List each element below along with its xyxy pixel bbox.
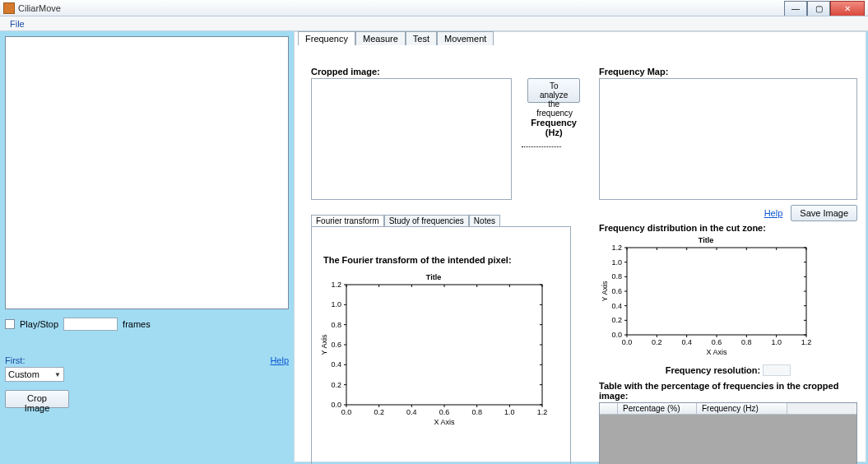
freq-table[interactable]: Percentage (%) Frequency (Hz) — [599, 402, 857, 464]
svg-text:0.6: 0.6 — [712, 338, 722, 346]
fourier-heading: The Fourier transform of the intended pi… — [323, 255, 564, 265]
minimize-button[interactable]: — — [784, 1, 807, 16]
svg-text:1.0: 1.0 — [611, 258, 622, 267]
app-icon — [3, 2, 15, 14]
svg-text:1.2: 1.2 — [611, 244, 622, 252]
tab-test[interactable]: Test — [406, 31, 437, 45]
subtab-notes[interactable]: Notes — [469, 215, 500, 226]
svg-text:Title: Title — [699, 236, 713, 244]
svg-text:1.2: 1.2 — [537, 408, 548, 416]
analyze-frequency-button[interactable]: To analyze the frequency — [527, 78, 580, 103]
help-link-left[interactable]: Help — [270, 355, 289, 365]
crop-image-button[interactable]: Crop Image — [5, 390, 69, 408]
current-frame-input[interactable] — [63, 318, 118, 331]
close-button[interactable]: ✕ — [830, 1, 865, 16]
fourier-chart: Title0.00.20.40.60.81.01.20.00.20.40.60.… — [318, 271, 549, 428]
svg-text:X Axis: X Axis — [434, 418, 455, 426]
play-stop-checkbox[interactable] — [5, 319, 15, 329]
svg-text:0.6: 0.6 — [439, 408, 450, 416]
svg-text:1.2: 1.2 — [331, 281, 341, 289]
table-rowselector-header — [600, 403, 618, 414]
svg-text:0.2: 0.2 — [611, 316, 622, 324]
svg-text:0.6: 0.6 — [331, 341, 341, 349]
cropped-image-box — [311, 78, 512, 200]
svg-text:0.2: 0.2 — [331, 381, 341, 389]
svg-text:0.0: 0.0 — [331, 401, 341, 409]
maximize-button[interactable]: ▢ — [807, 1, 830, 16]
tab-movement[interactable]: Movement — [437, 31, 494, 45]
source-image-canvas[interactable] — [5, 36, 289, 309]
sub-tabs: Fourier transform Study of frequencies N… — [311, 215, 571, 226]
table-label: Table with the percentage of frequencies… — [599, 381, 857, 401]
frequency-hz-label: Frequency (Hz) — [522, 118, 586, 137]
subtab-study[interactable]: Study of frequencies — [384, 215, 469, 226]
svg-text:X Axis: X Axis — [706, 348, 727, 356]
tab-measure[interactable]: Measure — [355, 31, 406, 45]
fmap-label: Frequency Map: — [599, 67, 857, 77]
svg-text:0.4: 0.4 — [681, 338, 692, 346]
svg-text:1.0: 1.0 — [331, 300, 341, 309]
first-combo[interactable]: Custom ▼ — [5, 367, 64, 382]
svg-text:0.8: 0.8 — [741, 338, 752, 346]
svg-text:Y Axis: Y Axis — [601, 281, 609, 301]
menu-file[interactable]: File — [5, 18, 30, 30]
first-combo-value: Custom — [8, 369, 39, 379]
svg-text:0.0: 0.0 — [611, 331, 622, 339]
svg-text:0.2: 0.2 — [374, 408, 384, 416]
svg-text:1.0: 1.0 — [504, 408, 515, 416]
svg-text:Title: Title — [426, 273, 441, 281]
help-link-fmap[interactable]: Help — [764, 208, 783, 218]
svg-text:0.8: 0.8 — [471, 408, 482, 416]
tab-frequency[interactable]: Frequency — [298, 31, 355, 45]
svg-text:Y Axis: Y Axis — [320, 334, 328, 355]
svg-text:0.4: 0.4 — [406, 408, 417, 416]
freq-res-label: Frequency resolution: — [666, 365, 761, 375]
subtab-fourier[interactable]: Fourier transform — [311, 215, 384, 226]
svg-text:0.0: 0.0 — [341, 408, 352, 416]
titlebar: CiliarMove — ▢ ✕ — [0, 0, 868, 16]
frequency-hz-value — [522, 137, 561, 147]
frames-suffix: frames — [123, 319, 151, 329]
svg-rect-1 — [346, 285, 542, 405]
table-col-pct[interactable]: Percentage (%) — [618, 403, 697, 414]
svg-rect-47 — [627, 248, 806, 335]
svg-text:1.0: 1.0 — [771, 338, 782, 346]
svg-text:0.4: 0.4 — [611, 302, 622, 310]
play-stop-label: Play/Stop — [20, 319, 58, 329]
svg-text:0.4: 0.4 — [331, 360, 341, 369]
cropped-image-label: Cropped image: — [311, 67, 586, 77]
dist-chart: Title0.00.20.40.60.81.01.20.00.20.40.60.… — [599, 234, 813, 358]
svg-text:0.8: 0.8 — [331, 321, 341, 329]
svg-text:0.6: 0.6 — [611, 287, 622, 295]
frequency-map-box — [599, 78, 857, 200]
window-title: CiliarMove — [18, 3, 61, 13]
menubar: File — [0, 16, 868, 31]
svg-text:0.8: 0.8 — [611, 272, 622, 281]
save-image-button[interactable]: Save Image — [791, 205, 857, 221]
first-label: First: — [5, 355, 25, 365]
main-tabs: Frequency Measure Test Movement — [298, 31, 494, 45]
svg-text:0.0: 0.0 — [622, 338, 633, 346]
svg-text:1.2: 1.2 — [801, 338, 812, 346]
dist-label: Frequency distribution in the cut zone: — [599, 223, 857, 233]
freq-res-value — [763, 364, 791, 376]
chevron-down-icon: ▼ — [54, 371, 61, 378]
svg-text:0.2: 0.2 — [652, 338, 662, 346]
table-col-hz[interactable]: Frequency (Hz) — [697, 403, 787, 414]
